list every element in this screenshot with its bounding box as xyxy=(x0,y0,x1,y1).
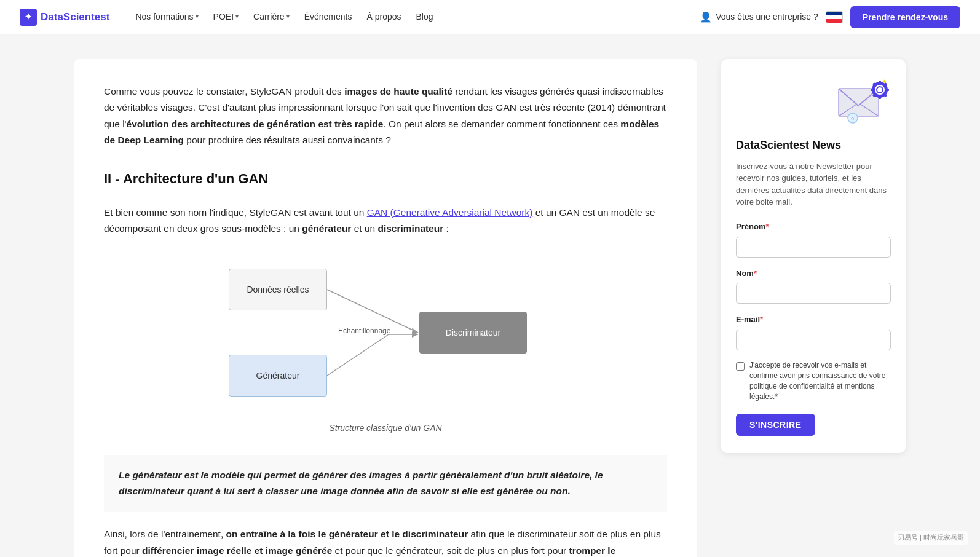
logo-text: DataScientest xyxy=(41,9,109,25)
prenom-input[interactable] xyxy=(736,237,891,258)
nav-logo[interactable]: ✦ DataScientest xyxy=(20,9,109,26)
sidebar-title: DataScientest News xyxy=(736,136,891,154)
form-group-nom: Nom* xyxy=(736,267,891,304)
svg-point-18 xyxy=(877,87,882,92)
svg-rect-16 xyxy=(871,89,874,91)
french-flag[interactable] xyxy=(826,11,843,23)
email-required: * xyxy=(760,315,763,324)
page-layout: Comme vous pouvez le constater, StyleGAN… xyxy=(60,34,920,557)
logo-icon: ✦ xyxy=(20,9,37,26)
nom-label: Nom* xyxy=(736,267,891,280)
diagram-inner: Données réelles Générateur Discriminateu… xyxy=(216,256,555,416)
svg-line-2 xyxy=(327,334,389,376)
nom-required: * xyxy=(754,269,757,278)
form-checkbox-row: J'accepte de recevoir vos e-mails et con… xyxy=(736,360,891,401)
cta-button[interactable]: Prendre rendez-vous xyxy=(850,6,960,28)
svg-marker-4 xyxy=(412,331,418,338)
sidebar: ✦ ○ DataScientest News Inscrivez-vous à … xyxy=(721,59,906,557)
svg-text:○: ○ xyxy=(851,116,854,122)
box-discriminateur: Discriminateur xyxy=(419,312,527,354)
nav-link-blog[interactable]: Blog xyxy=(410,6,440,27)
watermark: 刃易号 | 时尚玩家岳哥 xyxy=(894,531,968,545)
sidebar-desc: Inscrivez-vous à notre Newsletter pour r… xyxy=(736,160,891,208)
nav-link-evenements[interactable]: Événements xyxy=(298,6,358,27)
sidebar-card: ✦ ○ DataScientest News Inscrivez-vous à … xyxy=(721,59,906,453)
nav-links: Nos formations ▾ POEI ▾ Carrière ▾ Événe… xyxy=(129,6,695,27)
section-heading: II - Architecture d'un GAN xyxy=(104,168,667,194)
gan-diagram: Données réelles Générateur Discriminateu… xyxy=(195,256,576,435)
nav-link-apropos[interactable]: À propos xyxy=(360,6,407,27)
chevron-down-icon: ▾ xyxy=(235,12,239,22)
prenom-label: Prénom* xyxy=(736,221,891,234)
nav-link-carriere[interactable]: Carrière ▾ xyxy=(247,6,296,27)
enterprise-label: Vous êtes une entreprise ? xyxy=(716,10,818,23)
nav-link-formations[interactable]: Nos formations ▾ xyxy=(129,6,204,27)
form-group-prenom: Prénom* xyxy=(736,221,891,258)
sidebar-icon-area: ✦ ○ xyxy=(736,76,891,132)
svg-rect-12 xyxy=(885,89,889,91)
box-generateur: Générateur xyxy=(229,355,327,397)
email-label: E-mail* xyxy=(736,314,891,326)
subscribe-button[interactable]: S'INSCRIRE xyxy=(736,414,815,436)
chevron-down-icon: ▾ xyxy=(286,12,290,22)
section-paragraph: Et bien comme son nom l'indique, StyleGA… xyxy=(104,205,667,237)
intro-paragraph: Comme vous pouvez le constater, StyleGAN… xyxy=(104,84,667,148)
main-content: Comme vous pouvez le constater, StyleGAN… xyxy=(74,59,697,557)
quote-block: Le générateur est le modèle qui permet d… xyxy=(104,455,667,512)
nav-right: 👤 Vous êtes une entreprise ? Prendre ren… xyxy=(700,6,960,28)
form-group-email: E-mail* xyxy=(736,314,891,350)
nav-link-poei[interactable]: POEI ▾ xyxy=(207,6,245,27)
consent-label: J'accepte de recevoir vos e-mails et con… xyxy=(749,360,891,401)
diagram-caption: Structure classique d'un GAN xyxy=(329,421,441,435)
svg-rect-10 xyxy=(879,81,881,84)
svg-text:✦: ✦ xyxy=(882,78,887,85)
prenom-required: * xyxy=(765,222,769,231)
navbar: ✦ DataScientest Nos formations ▾ POEI ▾ … xyxy=(0,0,980,34)
enterprise-icon: 👤 xyxy=(700,9,712,25)
enterprise-link[interactable]: 👤 Vous êtes une entreprise ? xyxy=(700,9,818,25)
echantillonnage-label: Echantillonnage xyxy=(338,325,390,337)
chevron-down-icon: ▾ xyxy=(196,12,199,22)
gan-link[interactable]: GAN (Generative Adversiarial Network) xyxy=(367,207,533,218)
svg-rect-14 xyxy=(879,95,881,99)
newsletter-icon: ✦ ○ xyxy=(836,76,891,132)
email-input[interactable] xyxy=(736,330,891,350)
body-paragraph: Ainsi, lors de l'entrainement, on entraî… xyxy=(104,526,667,557)
consent-checkbox[interactable] xyxy=(736,362,745,371)
svg-marker-1 xyxy=(412,328,418,335)
box-donnees: Données réelles xyxy=(229,269,327,310)
nom-input[interactable] xyxy=(736,283,891,304)
